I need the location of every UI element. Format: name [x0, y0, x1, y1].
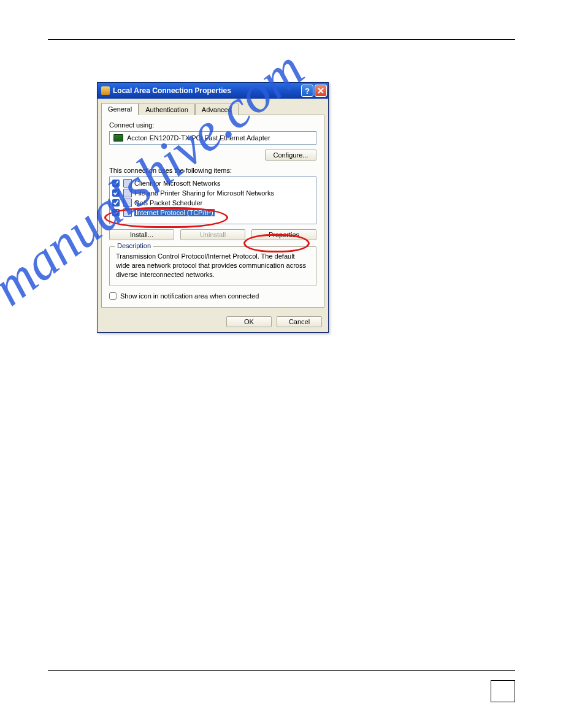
description-legend: Description	[115, 242, 153, 249]
list-item[interactable]: File and Printer Sharing for Microsoft N…	[110, 188, 316, 198]
page-bottom-rule	[48, 670, 515, 671]
properties-button[interactable]: Properties	[251, 229, 316, 240]
connect-using-label: Connect using:	[109, 121, 316, 129]
list-item-selected[interactable]: Internet Protocol (TCP/IP)	[110, 208, 316, 218]
uninstall-button: Uninstall	[180, 229, 245, 240]
description-group: Description Transmission Control Protoco…	[109, 246, 316, 286]
window-title: Local Area Connection Properties	[113, 86, 300, 95]
item-label: QoS Packet Scheduler	[134, 199, 202, 207]
description-text: Transmission Control Protocol/Internet P…	[116, 252, 310, 279]
service-icon	[123, 179, 132, 188]
item-buttons-row: Install... Uninstall Properties	[109, 229, 316, 240]
item-label: Internet Protocol (TCP/IP)	[134, 209, 215, 216]
nic-icon	[113, 134, 123, 142]
tab-advanced[interactable]: Advanced	[195, 104, 239, 115]
page-top-rule	[48, 39, 515, 40]
service-icon	[123, 189, 132, 197]
item-checkbox[interactable]	[112, 199, 120, 207]
connection-properties-dialog: Local Area Connection Properties ? Gener…	[97, 82, 329, 333]
tab-bar: General Authentication Advanced	[101, 102, 324, 115]
close-icon	[318, 88, 324, 94]
tab-panel-general: Connect using: Accton EN1207D-TX PCI Fas…	[101, 115, 324, 308]
show-icon-label: Show icon in notification area when conn…	[120, 292, 259, 300]
items-label: This connection uses the following items…	[109, 167, 316, 174]
adapter-field: Accton EN1207D-TX PCI Fast Ethernet Adap…	[109, 131, 316, 145]
show-icon-row: Show icon in notification area when conn…	[109, 292, 316, 300]
item-checkbox[interactable]	[112, 180, 120, 187]
tab-authentication[interactable]: Authentication	[139, 104, 195, 115]
configure-button[interactable]: Configure...	[265, 150, 316, 161]
tab-general[interactable]: General	[101, 103, 139, 115]
service-icon	[123, 199, 132, 207]
window-icon	[101, 86, 110, 95]
cancel-button[interactable]: Cancel	[277, 316, 322, 327]
show-icon-checkbox[interactable]	[109, 292, 117, 300]
item-checkbox[interactable]	[112, 209, 120, 216]
item-label: File and Printer Sharing for Microsoft N…	[134, 189, 274, 197]
adapter-name: Accton EN1207D-TX PCI Fast Ethernet Adap…	[127, 134, 270, 142]
protocol-icon	[123, 208, 132, 217]
close-button[interactable]	[315, 85, 327, 97]
item-label: Client for Microsoft Networks	[134, 180, 221, 187]
list-item[interactable]: Client for Microsoft Networks	[110, 178, 316, 188]
item-checkbox[interactable]	[112, 189, 120, 197]
help-button[interactable]: ?	[301, 85, 313, 97]
titlebar[interactable]: Local Area Connection Properties ?	[98, 83, 328, 99]
list-item[interactable]: QoS Packet Scheduler	[110, 198, 316, 208]
dialog-footer: OK Cancel	[98, 311, 328, 332]
page-number-box	[491, 680, 515, 702]
ok-button[interactable]: OK	[226, 316, 272, 327]
items-list[interactable]: Client for Microsoft Networks File and P…	[109, 176, 316, 224]
install-button[interactable]: Install...	[109, 229, 174, 240]
